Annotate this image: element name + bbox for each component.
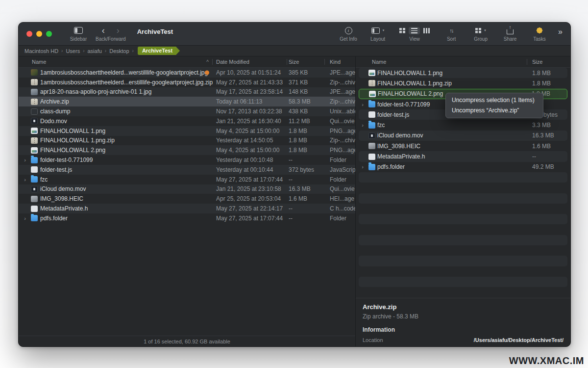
file-icon-cell <box>28 108 40 115</box>
layout-button[interactable]: ▾ Layout <box>364 26 392 43</box>
sidebar-icon <box>74 27 83 34</box>
list-view-button[interactable] <box>409 27 420 34</box>
file-kind: C h...code <box>325 205 355 212</box>
table-row[interactable]: FINALHOLOWALL 1.png.zip1.8 MB <box>356 78 570 88</box>
table-row[interactable]: MetadataPrivate.h-- <box>356 151 570 161</box>
group-button[interactable]: ▾ Group <box>467 26 494 43</box>
table-row[interactable]: FINALHOLOWALL 2.pngMay 4, 2025 at 15:00:… <box>19 145 355 155</box>
tasks-icon <box>536 27 543 34</box>
table-row[interactable]: FINALHOLOWALL 1.png1.8 MB <box>356 68 570 78</box>
table-row[interactable]: MetadataPrivate.hMay 27, 2025 at 22:14:1… <box>19 204 355 213</box>
file-date-modified: Yesterday at 00:10:44 <box>213 166 287 173</box>
column-header-name[interactable]: Name <box>356 56 527 67</box>
disclosure-chevron-icon[interactable]: › <box>22 157 28 163</box>
file-size: -- <box>532 153 567 160</box>
table-row[interactable]: ›fzcMay 27, 2025 at 17:07:44--Folder <box>19 175 355 184</box>
breadcrumb-item-users[interactable]: Users <box>66 48 80 54</box>
close-window-button[interactable] <box>26 31 32 37</box>
column-header-kind[interactable]: Kind <box>325 56 355 67</box>
tasks-button[interactable]: Tasks <box>526 26 553 43</box>
file-icon-cell <box>28 137 40 144</box>
doc-file-icon <box>31 166 38 173</box>
forward-icon[interactable]: › <box>117 27 120 34</box>
menu-item-uncompress-selection[interactable]: Uncompress selection (1 Items) <box>446 95 543 105</box>
file-date-modified: May 4, 2025 at 15:00:00 <box>213 128 287 134</box>
row-background <box>359 287 567 297</box>
file-date-modified: Apr 10, 2025 at 01:51:24 <box>213 69 287 76</box>
breadcrumb-item-macintosh-hd[interactable]: Macintosh HD <box>24 48 58 54</box>
table-row[interactable]: Dodo.movJan 21, 2025 at 16:30:4011.2 MBQ… <box>19 116 355 126</box>
file-icon-cell <box>28 176 40 183</box>
file-name: FINALHOLOWALL 1.png.zip <box>40 137 213 144</box>
row-background <box>359 193 567 204</box>
minimize-window-button[interactable] <box>36 31 42 37</box>
sort-icon: ↑↓ <box>450 27 453 33</box>
file-kind: Qui...ovie <box>325 185 355 192</box>
empty-row <box>356 204 570 214</box>
breadcrumb-item-desktop[interactable]: Desktop <box>109 48 129 54</box>
doc-file-icon <box>368 154 375 160</box>
file-name: iCloud demo.mov <box>377 132 532 139</box>
file-size: -- <box>287 215 325 222</box>
sidebar-toggle-button[interactable]: Sidebar <box>65 26 92 43</box>
back-icon[interactable]: ‹ <box>102 27 105 34</box>
menu-item-uncompress-archive[interactable]: Uncompress “Archive.zip” <box>446 105 543 116</box>
table-row[interactable]: ›folder-test-0.771099Yesterday at 00:10:… <box>19 155 355 165</box>
zoom-window-button[interactable] <box>46 31 52 37</box>
table-row[interactable]: ›pdfs.folderMay 27, 2025 at 17:07:44--Fo… <box>19 213 355 223</box>
table-row[interactable]: IMG_3098.HEICApr 25, 2025 at 20:53:041.6… <box>19 194 355 204</box>
table-row[interactable]: iCloud demo.mov16.3 MB <box>356 131 570 141</box>
table-row[interactable]: apr18-20-nasa-apollo-proj-archive-01 1.j… <box>19 87 355 97</box>
table-row[interactable]: 1ambrosiusbosschaerttheelderd...werstill… <box>19 68 355 78</box>
location-row: Location /Users/asiafu/Desktop/ArchiveTe… <box>363 337 564 343</box>
disclosure-chevron-icon[interactable]: › <box>22 177 28 183</box>
get-info-button[interactable]: Get Info <box>335 26 362 43</box>
layout-label: Layout <box>370 36 385 42</box>
empty-row <box>356 214 570 224</box>
disclosure-chevron-icon[interactable]: › <box>22 215 28 221</box>
table-row[interactable]: Archive.zipToday at 06:11:1358.3 MBZip-.… <box>19 97 355 106</box>
file-size: 1.8 MB <box>532 80 567 87</box>
file-icon-cell <box>28 196 40 202</box>
file-name: Dodo.mov <box>40 118 213 125</box>
row-background <box>359 235 567 245</box>
column-header-size[interactable]: Size <box>527 56 570 67</box>
column-view-icon <box>423 28 430 33</box>
column-header-name[interactable]: Name ^ <box>19 56 213 67</box>
folder-file-icon <box>31 157 38 163</box>
sort-asc-icon: ^ <box>206 59 209 65</box>
toolbar-overflow-button[interactable]: » <box>555 27 565 36</box>
heic-file-icon <box>368 143 375 149</box>
table-row[interactable]: ›fzc3.3 MB <box>356 120 570 130</box>
column-header-date-modified[interactable]: Date Modified <box>213 56 287 67</box>
disclosure-chevron-icon[interactable]: › <box>359 164 367 170</box>
table-row[interactable]: iCloud demo.movJan 21, 2025 at 23:10:581… <box>19 184 355 194</box>
tasks-label: Tasks <box>533 36 546 42</box>
sort-button[interactable]: ↑↓ Sort <box>438 26 465 43</box>
file-date-modified: Jan 21, 2025 at 16:30:40 <box>213 118 287 125</box>
view-label: View <box>409 36 420 42</box>
file-list: 1ambrosiusbosschaerttheelderd...werstill… <box>19 68 355 223</box>
file-date-modified: May 17, 2025 at 23:58:14 <box>213 88 287 95</box>
table-row[interactable]: FINALHOLOWALL 1.pngMay 4, 2025 at 15:00:… <box>19 126 355 136</box>
disclosure-chevron-icon[interactable]: › <box>359 102 367 107</box>
share-button[interactable]: Share <box>496 26 524 43</box>
table-row[interactable]: 1ambrosiusbosschaerttheelderd...erstilll… <box>19 78 355 87</box>
table-row[interactable]: ›pdfs.folder49.2 MB <box>356 162 570 172</box>
movie-file-icon <box>368 132 375 139</box>
table-row[interactable]: FINALHOLOWALL 1.png.zipYesterday at 14:5… <box>19 136 355 146</box>
table-row[interactable]: class-dumpNov 17, 2013 at 03:22:38438 KB… <box>19 106 355 116</box>
file-size: 1.8 MB <box>287 137 325 144</box>
column-view-button[interactable] <box>421 27 432 34</box>
table-row[interactable]: IMG_3098.HEIC1.6 MB <box>356 141 570 151</box>
breadcrumb-item-asiafu[interactable]: asiafu <box>88 48 102 54</box>
empty-row <box>356 266 570 277</box>
disclosure-chevron-icon[interactable]: › <box>359 122 367 128</box>
window-controls <box>26 31 52 37</box>
column-header-size[interactable]: Size <box>287 56 325 67</box>
file-icon-cell <box>367 101 377 107</box>
grid-view-button[interactable] <box>397 27 408 34</box>
breadcrumb-item-current[interactable]: ArchiveTest <box>138 47 180 55</box>
table-row[interactable]: folder-test.jsYesterday at 00:10:44372 b… <box>19 165 355 175</box>
sort-label: Sort <box>447 36 456 42</box>
